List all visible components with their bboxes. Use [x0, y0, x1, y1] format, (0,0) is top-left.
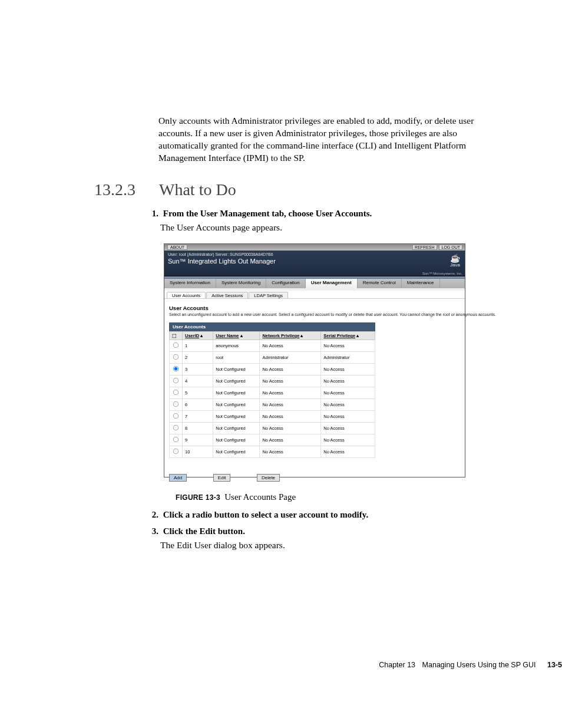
select-sort-icon: ⬚: [172, 333, 177, 338]
add-button[interactable]: Add: [169, 474, 187, 482]
table-row[interactable]: 8Not ConfiguredNo AccessNo Access: [170, 423, 375, 434]
cell-network-priv: No Access: [260, 411, 321, 423]
col-userid[interactable]: UserID ▴: [183, 332, 213, 340]
main-tab-system-monitoring[interactable]: System Monitoring: [216, 279, 266, 288]
table-row[interactable]: 3Not ConfiguredNo AccessNo Access: [170, 364, 375, 375]
sub-tab-bar: User AccountsActive SessionsLDAP Setting…: [164, 291, 465, 299]
sub-tab-user-accounts[interactable]: User Accounts: [167, 292, 206, 298]
footer-chapter: Chapter 13: [379, 661, 415, 669]
cell-userid: 5: [183, 387, 213, 399]
main-tab-system-information[interactable]: System Information: [164, 279, 216, 288]
main-tab-maintenance[interactable]: Maintenance: [402, 279, 440, 288]
section-heading: User Accounts: [169, 305, 460, 311]
step-1: 1. From the User Management tab, choose …: [149, 209, 372, 219]
cell-userid: 2: [183, 352, 213, 364]
user-accounts-table: ⬚ UserID ▴ User Name ▴ Network Privilege…: [169, 331, 375, 458]
content-area: User Accounts Select an unconfigured acc…: [164, 299, 465, 485]
row-select-radio[interactable]: [173, 437, 178, 442]
cell-select[interactable]: [170, 375, 183, 387]
cell-network-priv: No Access: [260, 434, 321, 446]
sub-tab-active-sessions[interactable]: Active Sessions: [206, 292, 248, 298]
cell-select[interactable]: [170, 434, 183, 446]
table-row[interactable]: 5Not ConfiguredNo AccessNo Access: [170, 387, 375, 399]
row-select-radio[interactable]: [173, 413, 178, 419]
sub-tab-ldap-settings[interactable]: LDAP Settings: [249, 292, 288, 298]
cell-username: Not Configured: [213, 375, 260, 387]
cell-network-priv: No Access: [260, 423, 321, 434]
main-tab-user-management[interactable]: User Management: [306, 279, 358, 288]
cell-username: Not Configured: [213, 364, 260, 375]
cell-serial-priv: Administrator: [321, 352, 375, 364]
step-1-text: From the User Management tab, choose Use…: [163, 209, 372, 218]
main-tab-bar: System InformationSystem MonitoringConfi…: [164, 279, 465, 288]
java-logo: ☕ Java: [450, 254, 460, 268]
col-network-priv[interactable]: Network Privilege ▴: [260, 332, 321, 340]
cell-select[interactable]: [170, 352, 183, 364]
cell-select[interactable]: [170, 423, 183, 434]
step-3: 3. Click the Edit button.: [149, 526, 245, 536]
table-row[interactable]: 2rootAdministratorAdministrator: [170, 352, 375, 364]
cell-select[interactable]: [170, 340, 183, 352]
step-3-text: Click the Edit button.: [163, 526, 245, 536]
sun-microsystems-text: Sun™ Microsystems, Inc.: [422, 272, 462, 275]
cell-serial-priv: No Access: [321, 399, 375, 411]
page-footer: Chapter 13 Managing Users Using the SP G…: [0, 661, 562, 669]
cell-select[interactable]: [170, 411, 183, 423]
action-button-row: Add Edit Delete: [169, 471, 460, 482]
row-select-radio[interactable]: [173, 449, 178, 454]
main-tab-remote-control[interactable]: Remote Control: [358, 279, 402, 288]
table-row[interactable]: 9Not ConfiguredNo AccessNo Access: [170, 434, 375, 446]
step-3-number: 3.: [149, 526, 158, 536]
logout-button[interactable]: LOG OUT: [439, 245, 462, 250]
cell-userid: 8: [183, 423, 213, 434]
table-row[interactable]: 10Not ConfiguredNo AccessNo Access: [170, 446, 375, 458]
step-2-number: 2.: [149, 510, 158, 520]
step-3-body: The Edit User dialog box appears.: [160, 540, 285, 551]
table-row[interactable]: 7Not ConfiguredNo AccessNo Access: [170, 411, 375, 423]
cell-serial-priv: No Access: [321, 434, 375, 446]
row-select-radio[interactable]: [173, 366, 178, 371]
cell-username: Not Configured: [213, 411, 260, 423]
figure-caption: FIGURE 13-3 User Accounts Page: [176, 492, 296, 502]
cell-select[interactable]: [170, 387, 183, 399]
step-2: 2. Click a radio button to select a user…: [149, 510, 368, 520]
cell-network-priv: No Access: [260, 446, 321, 458]
row-select-radio[interactable]: [173, 342, 178, 348]
cell-select[interactable]: [170, 446, 183, 458]
cell-username: Not Configured: [213, 387, 260, 399]
cell-username: Not Configured: [213, 434, 260, 446]
cell-network-priv: No Access: [260, 340, 321, 352]
main-tab-configuration[interactable]: Configuration: [266, 279, 306, 288]
cell-serial-priv: No Access: [321, 446, 375, 458]
footer-page-number: 13-5: [547, 661, 562, 669]
java-text: Java: [450, 262, 460, 268]
row-select-radio[interactable]: [173, 425, 178, 430]
row-select-radio[interactable]: [173, 401, 178, 407]
row-select-radio[interactable]: [173, 390, 178, 395]
col-serial-priv[interactable]: Serial Privilege ▴: [321, 332, 375, 340]
edit-button[interactable]: Edit: [213, 474, 231, 482]
cell-serial-priv: No Access: [321, 340, 375, 352]
table-row[interactable]: 1anonymousNo AccessNo Access: [170, 340, 375, 352]
cell-userid: 1: [183, 340, 213, 352]
cell-username: Not Configured: [213, 446, 260, 458]
table-row[interactable]: 4Not ConfiguredNo AccessNo Access: [170, 375, 375, 387]
col-select[interactable]: ⬚: [170, 332, 183, 340]
row-select-radio[interactable]: [173, 378, 178, 383]
cell-userid: 7: [183, 411, 213, 423]
user-accounts-table-wrap: User Accounts ⬚ UserID ▴ User Name ▴ Net…: [169, 322, 375, 458]
row-select-radio[interactable]: [173, 354, 178, 360]
table-row[interactable]: 6Not ConfiguredNo AccessNo Access: [170, 399, 375, 411]
refresh-button[interactable]: REFRESH: [412, 245, 437, 250]
step-1-number: 1.: [149, 209, 158, 219]
delete-button[interactable]: Delete: [257, 474, 280, 482]
about-button[interactable]: ABOUT: [167, 245, 187, 250]
cell-serial-priv: No Access: [321, 411, 375, 423]
col-username[interactable]: User Name ▴: [213, 332, 260, 340]
cell-username: Not Configured: [213, 423, 260, 434]
cell-network-priv: No Access: [260, 375, 321, 387]
cell-network-priv: No Access: [260, 399, 321, 411]
cell-select[interactable]: [170, 399, 183, 411]
cell-select[interactable]: [170, 364, 183, 375]
table-title: User Accounts: [169, 322, 375, 331]
